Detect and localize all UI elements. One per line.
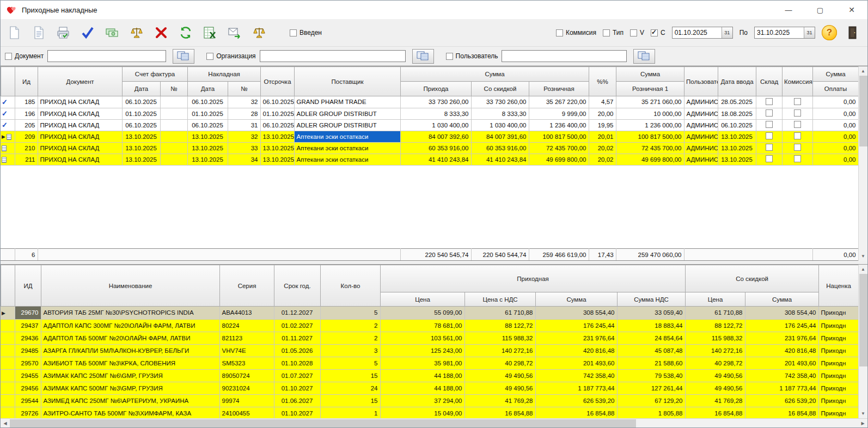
cell-warehouse[interactable] [756, 96, 782, 108]
cell-entry_date[interactable]: 13.10.2025 [718, 154, 756, 165]
cell-sum_vat[interactable]: 1 805,88 [617, 407, 685, 418]
cell-price[interactable]: 78 681,00 [380, 319, 464, 332]
cell-price2[interactable]: 16 854,88 [685, 407, 745, 418]
cell-retail1[interactable]: 35 271 060,00 [616, 96, 684, 108]
calendar-from-button[interactable]: 31 [722, 27, 732, 38]
cell-pct[interactable]: 20,02 [589, 154, 616, 165]
cell-entry_date[interactable]: 06.10.2025 [718, 119, 756, 131]
cell-retail1[interactable]: 100 817 500,00 [616, 131, 684, 142]
confirm-icon[interactable] [78, 23, 97, 42]
cell-price[interactable]: 37 294,00 [380, 394, 464, 407]
header-income[interactable]: Прихода [401, 82, 472, 96]
cell-sum_vat[interactable]: 45 087,48 [617, 344, 685, 357]
cell-expiry[interactable]: 01.10.2027 [274, 382, 320, 394]
row-indicator[interactable] [1, 332, 15, 344]
item-row[interactable]: 29726АЗИТРО-САНТО ТАБ 500МГ №3\ХИМФАРМ, … [1, 407, 858, 418]
horizontal-scroll-thumb[interactable] [10, 419, 636, 427]
cell-id[interactable]: 29726 [15, 407, 41, 418]
warehouse-checkbox[interactable] [766, 132, 773, 139]
cell-sf_date[interactable]: 06.10.2025 [122, 119, 160, 131]
item-row[interactable]: 29436АДАПТОЛ ТАБ 500МГ №20\ОЛАЙН ФАРМ, Л… [1, 332, 858, 344]
cell-sum[interactable]: 201 493,60 [535, 357, 617, 369]
cell-name[interactable]: АВТОРИЯ ТАБ 25МГ №30\PSYCHOTROPICS INDIA [41, 307, 219, 319]
excel-export-icon[interactable] [201, 23, 219, 42]
v-filter-box[interactable] [630, 29, 637, 36]
cell-id[interactable]: 29455 [15, 369, 41, 382]
date-filter-checkbox[interactable]: С [651, 29, 665, 36]
detail-header-id[interactable]: ИД [15, 265, 41, 307]
item-row[interactable]: 29455АЗИМАК КАПС 250МГ №6\GMP, ГРУЗИЯ890… [1, 369, 858, 382]
row-indicator[interactable] [1, 357, 15, 369]
cell-sum2[interactable]: 1 187 773,44 [745, 382, 818, 394]
cell-supplier[interactable]: ADLER GROUP DISTRIBUT [294, 108, 400, 119]
cell-markup[interactable]: Приходн [818, 394, 858, 407]
v-filter-checkbox[interactable]: V [630, 29, 644, 36]
cell-warehouse[interactable] [756, 154, 782, 165]
user-lookup-icon[interactable] [633, 49, 655, 64]
commission-checkbox[interactable] [794, 121, 801, 128]
cell-prihod[interactable]: 41 410 243,84 [400, 154, 471, 165]
cell-otsrochka[interactable]: 06.10.2025 [260, 119, 294, 131]
invoice-row[interactable]: ✓196ПРИХОД НА СКЛАД01.10.202501.10.20252… [1, 108, 858, 119]
header-sum-group[interactable]: Сумма [401, 67, 589, 82]
cell-id[interactable]: 210 [15, 142, 38, 154]
cell-series[interactable]: ABA44013 [219, 307, 274, 319]
cell-qty[interactable]: 24 [320, 382, 380, 394]
header-waybill-group[interactable]: Накладная [188, 67, 261, 82]
header-document[interactable]: Документ [38, 67, 123, 96]
cell-expiry[interactable]: 01.06.2027 [274, 394, 320, 407]
cell-sum_vat[interactable]: 24 854,64 [617, 332, 685, 344]
scroll-up-icon[interactable]: ▲ [859, 265, 867, 274]
master-vertical-scrollbar[interactable]: ▲ ▼ [858, 66, 867, 261]
cell-pct[interactable]: 19,95 [589, 119, 616, 131]
row-indicator[interactable] [1, 154, 15, 165]
cell-nk_no[interactable]: 31 [228, 119, 260, 131]
document-lookup-icon[interactable] [173, 49, 194, 64]
cell-retail[interactable]: 1 236 400,00 [529, 119, 589, 131]
detail-vertical-scrollbar[interactable]: ▲ ▼ [858, 265, 867, 418]
cell-sum2[interactable]: 16 854,88 [745, 407, 818, 418]
cell-retail[interactable]: 9 999,00 [529, 108, 589, 119]
detail-header-markup[interactable]: Наценка [819, 265, 858, 307]
header-percent[interactable]: %% [589, 67, 616, 96]
cell-sf_date[interactable]: 13.10.2025 [122, 131, 160, 142]
master-scroll-thumb[interactable] [859, 76, 867, 146]
cell-markup[interactable]: Приходн [818, 307, 858, 319]
money-icon[interactable] [103, 23, 121, 42]
user-checkbox-box[interactable] [446, 53, 453, 60]
cell-payment[interactable]: 0,00 [812, 131, 858, 142]
cell-name[interactable]: АДАПТОЛ ТАБ 500МГ №20\ОЛАЙН ФАРМ, ЛАТВИ [41, 332, 219, 344]
document-checkbox-box[interactable] [5, 53, 12, 60]
item-row[interactable]: 29437АДАПТОЛ КАПС 300МГ №20\ОЛАЙН ФАРМ, … [1, 319, 858, 332]
cell-markup[interactable]: Приходн [818, 382, 858, 394]
cell-price_vat[interactable]: 49 490,56 [464, 369, 535, 382]
cell-prihod[interactable]: 60 353 916,00 [400, 142, 471, 154]
cell-price_vat[interactable]: 49 490,56 [464, 382, 535, 394]
cell-name[interactable]: АЗИМАК КАПС 500МГ №3\GMP, ГРУЗИЯ [41, 382, 219, 394]
cell-id[interactable]: 205 [15, 119, 38, 131]
detail-header-sum2[interactable]: Сумма [745, 292, 819, 307]
cell-id[interactable]: 29544 [15, 394, 41, 407]
cell-retail[interactable]: 100 817 500,00 [529, 131, 589, 142]
item-row[interactable]: 29570АЗИБИОТ ТАБ 500МГ №3\КРКА, СЛОВЕНИЯ… [1, 357, 858, 369]
cell-price[interactable]: 125 243,00 [380, 344, 464, 357]
cell-expiry[interactable]: 01.10.2027 [274, 407, 320, 418]
header-supplier[interactable]: Поставщик [295, 67, 401, 96]
cell-markup[interactable]: Приходн [818, 407, 858, 418]
cell-discount[interactable]: 8 333,30 [471, 108, 529, 119]
cell-name[interactable]: АЗАРГА ГЛ/КАПЛИ 5МЛ\АЛКОН-КУВРЕР, БЕЛЬГИ [41, 344, 219, 357]
cell-sf_date[interactable]: 01.10.2025 [122, 108, 160, 119]
cell-name[interactable]: АЗИБИОТ ТАБ 500МГ №3\КРКА, СЛОВЕНИЯ [41, 357, 219, 369]
cell-price[interactable]: 44 188,00 [380, 369, 464, 382]
commission-filter-checkbox[interactable]: Коммисия [556, 29, 596, 36]
header-id[interactable]: Ид [15, 67, 38, 96]
cell-id[interactable]: 29436 [15, 332, 41, 344]
scroll-left-icon[interactable]: ◀ [1, 419, 10, 427]
new-document-icon[interactable] [5, 23, 23, 42]
cell-entry_date[interactable]: 28.05.2025 [718, 96, 756, 108]
cell-expiry[interactable]: 01.05.2026 [274, 344, 320, 357]
header-commission[interactable]: Комиссия [783, 67, 813, 96]
detail-header-name[interactable]: Наименование [41, 265, 220, 307]
row-indicator[interactable] [1, 142, 15, 154]
organization-filter-input[interactable] [260, 50, 406, 62]
